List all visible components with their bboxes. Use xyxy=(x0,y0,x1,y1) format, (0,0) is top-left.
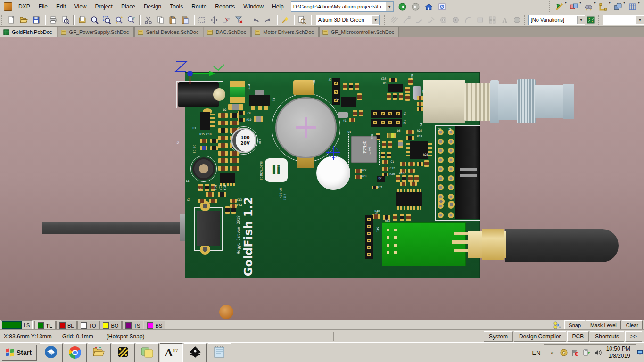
filter-clear-icon[interactable] xyxy=(233,14,245,26)
tab-gf-microcontroller-schdoc[interactable]: GF_Microcontroller.SchDoc xyxy=(319,27,399,37)
menu-project[interactable]: Project xyxy=(91,1,117,12)
new-icon[interactable] xyxy=(6,14,18,26)
find-similar-icon[interactable] xyxy=(583,0,595,13)
menu-file[interactable]: File xyxy=(34,1,52,12)
tab-motor-drivers-schdoc[interactable]: Motor Drivers.SchDoc xyxy=(251,27,319,37)
redo-icon[interactable] xyxy=(262,14,274,26)
start-button[interactable]: Start xyxy=(2,345,37,361)
break-track-icon[interactable] xyxy=(221,14,233,26)
taskbar-app-inkscape[interactable] xyxy=(184,343,207,362)
preview-icon[interactable] xyxy=(59,14,72,26)
nav-fwd-icon[interactable] xyxy=(410,0,422,13)
paste-icon[interactable] xyxy=(167,14,179,26)
toolbar-grip-2[interactable] xyxy=(1,15,4,25)
move-icon[interactable] xyxy=(208,14,221,26)
language-indicator[interactable]: EN xyxy=(532,349,541,356)
dxp-icon[interactable] xyxy=(4,2,12,11)
tab-gf-powersupply-schdoc[interactable]: GF_PowerSupply.SchDoc xyxy=(58,27,134,37)
copy-icon[interactable] xyxy=(155,14,167,26)
toolbar-grip-5[interactable] xyxy=(598,15,601,25)
clearance-tool-icon[interactable] xyxy=(568,0,580,13)
save-icon[interactable] xyxy=(30,14,42,26)
taskbar-app-explorer[interactable] xyxy=(88,343,111,362)
menu-tools[interactable]: Tools xyxy=(165,1,187,12)
open-icon[interactable] xyxy=(18,14,30,26)
layer-tab-bl[interactable]: BL xyxy=(56,321,77,330)
tray-expand-icon[interactable]: « xyxy=(548,348,557,357)
tab-goldfish-pcbdoc[interactable]: GoldFish.PcbDoc xyxy=(0,27,57,37)
browse-lib-icon[interactable] xyxy=(296,14,308,26)
tray-cd-icon[interactable] xyxy=(560,348,568,357)
zoom-filter-icon[interactable] xyxy=(125,14,138,26)
zoom-fit-icon[interactable] xyxy=(89,14,101,26)
menu-view[interactable]: View xyxy=(70,1,91,12)
toolbar-grip-4[interactable] xyxy=(524,15,527,25)
variations-select[interactable]: [No Variations] ▼ xyxy=(528,15,585,25)
layer-tab-bo[interactable]: BO xyxy=(99,321,122,330)
status-button-pcb[interactable]: PCB xyxy=(567,331,589,342)
union-tool-icon[interactable] xyxy=(612,0,624,13)
button-clear[interactable]: Clear xyxy=(622,320,643,330)
dimension-tool-icon[interactable] xyxy=(597,0,610,13)
menu-place[interactable]: Place xyxy=(117,1,140,12)
menu-dxp[interactable]: DXP xyxy=(14,1,34,12)
menu-window[interactable]: Window xyxy=(239,1,268,12)
show-desktop-button[interactable] xyxy=(637,345,643,361)
status-button--[interactable]: >> xyxy=(625,331,642,342)
status-button-system[interactable]: System xyxy=(484,331,513,342)
browse-doc-icon[interactable] xyxy=(76,14,89,26)
clearance-tool-dropdown-icon[interactable]: ▾ xyxy=(579,0,581,13)
dimension-tool-dropdown-icon[interactable]: ▾ xyxy=(609,0,611,13)
taskbar-app-sticky-notes[interactable] xyxy=(136,343,159,362)
address-dropdown-icon[interactable]: ▼ xyxy=(386,2,393,11)
layer-tab-bs[interactable]: BS xyxy=(144,321,165,330)
toolbar-grip-3[interactable] xyxy=(384,15,387,25)
zoom-area-icon[interactable] xyxy=(101,14,113,26)
nav-refresh-icon[interactable] xyxy=(436,0,448,13)
view-config-dropdown-icon[interactable]: ▼ xyxy=(372,16,379,24)
menu-route[interactable]: Route xyxy=(187,1,211,12)
taskbar-app-altium17[interactable]: A17 xyxy=(160,343,183,362)
variations-dropdown-icon[interactable]: ▼ xyxy=(577,16,585,24)
menu-help[interactable]: Help xyxy=(268,1,288,12)
menu-design[interactable]: Design xyxy=(140,1,165,12)
find-similar-dropdown-icon[interactable]: ▾ xyxy=(594,0,596,13)
union-tool-dropdown-icon[interactable]: ▾ xyxy=(623,0,625,13)
layer-tab-tl[interactable]: TL xyxy=(34,321,55,330)
menu-reports[interactable]: Reports xyxy=(211,1,239,12)
print-icon[interactable] xyxy=(47,14,59,26)
taskbar-app-pcb-tool[interactable] xyxy=(112,343,135,362)
address-combo[interactable]: D:\Google\Altium\My altium projects\Fi ▼ xyxy=(291,1,394,12)
status-button-shortcuts[interactable]: Shortcuts xyxy=(590,331,624,342)
nav-back-icon[interactable] xyxy=(396,0,409,13)
safely-remove-hardware-icon[interactable] xyxy=(582,348,591,357)
layer-tab-to[interactable]: TO xyxy=(77,321,99,330)
cut-icon[interactable] xyxy=(142,14,155,26)
tab-serial-devices-schdoc[interactable]: Serial Devices.SchDoc xyxy=(134,27,204,37)
toolbar-grip[interactable] xyxy=(549,1,552,12)
grid-tool-dropdown-icon[interactable]: ▾ xyxy=(638,0,640,13)
taskbar-app-thunderbird[interactable] xyxy=(40,343,63,362)
variant-pcb-icon[interactable] xyxy=(585,14,597,26)
menu-edit[interactable]: Edit xyxy=(52,1,70,12)
grid-tool-icon[interactable] xyxy=(627,0,639,13)
status-button-design-compiler[interactable]: Design Compiler xyxy=(514,331,566,342)
paste-special-icon[interactable] xyxy=(179,14,191,26)
empty-select-dropdown-icon[interactable]: ▼ xyxy=(636,16,644,24)
empty-select[interactable]: ▼ xyxy=(603,15,644,25)
current-layer-indicator[interactable]: LS xyxy=(1,320,33,330)
layer-tab-ts[interactable]: TS xyxy=(122,321,143,330)
undo-icon[interactable] xyxy=(250,14,262,26)
taskbar-app-chrome[interactable] xyxy=(64,343,87,362)
zoom-points-icon[interactable] xyxy=(113,14,125,26)
taskbar-app-notepad[interactable] xyxy=(208,343,231,362)
volume-icon[interactable] xyxy=(594,348,602,357)
button-snap[interactable]: Snap xyxy=(564,320,585,330)
view-config-select[interactable]: Altium 3D Dk Green ▼ xyxy=(316,15,380,25)
tab-dac-schdoc[interactable]: DAC.SchDoc xyxy=(204,27,251,37)
action-center-icon[interactable] xyxy=(571,348,579,357)
taskbar-clock[interactable]: 10:50 PM 1/8/2019 xyxy=(606,346,630,360)
select-icon[interactable] xyxy=(196,14,208,26)
nav-home-icon[interactable] xyxy=(423,0,435,13)
measure-tool-dropdown-icon[interactable]: ▾ xyxy=(565,0,567,13)
